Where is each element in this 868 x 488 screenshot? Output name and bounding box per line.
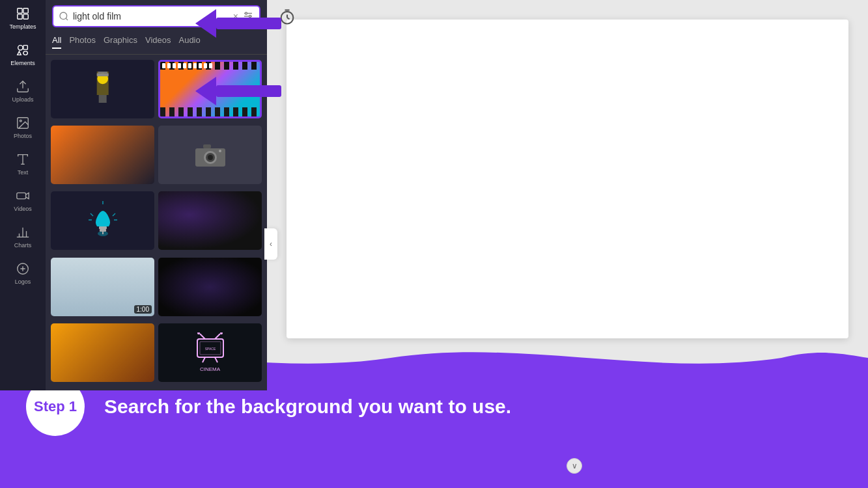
step-description: Search for the background you want to us…	[104, 396, 511, 418]
media-item-cinema[interactable]: SPACE CINEMA	[158, 323, 262, 382]
svg-line-57	[287, 18, 290, 19]
svg-rect-6	[23, 51, 27, 55]
svg-point-4	[18, 46, 23, 50]
svg-line-52	[203, 357, 205, 362]
video-timestamp: 1:00	[134, 305, 152, 314]
search-clear-icon[interactable]: ×	[233, 11, 238, 21]
media-item-camera[interactable]	[158, 126, 262, 184]
search-panel: × All Photos Graphics Videos Audio	[46, 0, 267, 390]
svg-rect-30	[98, 72, 107, 73]
tab-all[interactable]: All	[52, 35, 61, 49]
sidebar-uploads-label: Uploads	[12, 96, 33, 103]
sidebar: Templates Elements Uploads Photos	[0, 0, 46, 390]
svg-rect-35	[203, 144, 211, 148]
media-grid: 1:00	[46, 55, 267, 390]
svg-point-9	[20, 120, 21, 122]
sidebar-photos-label: Photos	[14, 133, 32, 139]
sidebar-item-text[interactable]: Text	[0, 146, 46, 182]
svg-rect-12	[17, 193, 26, 198]
scroll-down-button[interactable]: ∨	[567, 458, 582, 474]
svg-rect-29	[96, 73, 108, 76]
sidebar-item-elements[interactable]: Elements	[0, 36, 46, 73]
svg-rect-39	[100, 229, 106, 232]
tab-graphics[interactable]: Graphics	[104, 35, 137, 49]
search-bar[interactable]: ×	[52, 5, 260, 27]
media-item-spotlight[interactable]	[51, 60, 154, 118]
sidebar-charts-label: Charts	[14, 242, 32, 249]
svg-point-23	[245, 12, 247, 14]
svg-text:SPACE: SPACE	[205, 347, 216, 351]
media-item-lightbulb[interactable]	[51, 191, 154, 250]
media-item-extra[interactable]	[158, 258, 262, 316]
canvas-board[interactable]	[287, 20, 848, 338]
tab-videos[interactable]: Videos	[145, 35, 171, 49]
search-icon	[59, 11, 69, 21]
search-input[interactable]	[73, 11, 229, 21]
svg-rect-2	[18, 14, 22, 19]
svg-line-41	[91, 213, 93, 216]
media-item-beach[interactable]	[51, 323, 154, 382]
svg-rect-1	[23, 8, 28, 13]
tab-photos[interactable]: Photos	[69, 35, 95, 49]
sidebar-text-label: Text	[18, 169, 29, 176]
svg-rect-26	[98, 95, 106, 103]
svg-point-18	[60, 12, 67, 20]
sidebar-logos-label: Logos	[15, 278, 31, 285]
svg-rect-0	[18, 8, 22, 13]
svg-rect-38	[99, 226, 107, 229]
sidebar-templates-label: Templates	[9, 23, 36, 30]
cinema-label: CINEMA	[200, 366, 220, 372]
svg-line-53	[215, 357, 217, 362]
step-label: Step 1	[34, 398, 77, 415]
sidebar-elements-label: Elements	[10, 60, 35, 66]
svg-point-49	[197, 332, 200, 334]
svg-point-25	[245, 18, 247, 20]
chevron-down-icon: ∨	[572, 461, 578, 470]
svg-line-42	[113, 213, 115, 216]
sidebar-item-templates[interactable]: Templates	[0, 0, 46, 36]
svg-point-36	[219, 150, 221, 152]
sidebar-item-photos[interactable]: Photos	[0, 109, 46, 146]
media-item-orange[interactable]	[51, 126, 154, 184]
svg-rect-3	[23, 14, 28, 19]
svg-line-48	[200, 334, 205, 339]
canvas-timer-icon[interactable]	[275, 5, 299, 29]
svg-point-51	[220, 332, 223, 334]
canvas-area	[267, 0, 868, 390]
sidebar-item-videos[interactable]: Videos	[0, 182, 46, 219]
svg-line-19	[66, 18, 68, 20]
svg-point-24	[249, 16, 251, 18]
sidebar-item-uploads[interactable]: Uploads	[0, 73, 46, 109]
media-item-video[interactable]: 1:00	[51, 258, 154, 316]
media-item-film-strip[interactable]	[158, 60, 262, 118]
svg-rect-5	[23, 46, 27, 49]
chevron-left-icon: ‹	[270, 239, 272, 249]
svg-line-50	[215, 334, 220, 339]
panel-collapse-button[interactable]: ‹	[264, 228, 277, 260]
sidebar-item-logos[interactable]: Logos	[0, 255, 46, 291]
tab-audio[interactable]: Audio	[178, 35, 200, 49]
sidebar-videos-label: Videos	[14, 206, 31, 212]
sidebar-item-charts[interactable]: Charts	[0, 219, 46, 255]
filter-tabs: All Photos Graphics Videos Audio	[46, 33, 267, 55]
svg-point-34	[208, 155, 213, 160]
search-filter-icon[interactable]	[242, 10, 254, 22]
media-item-dark-pattern[interactable]	[158, 191, 262, 250]
